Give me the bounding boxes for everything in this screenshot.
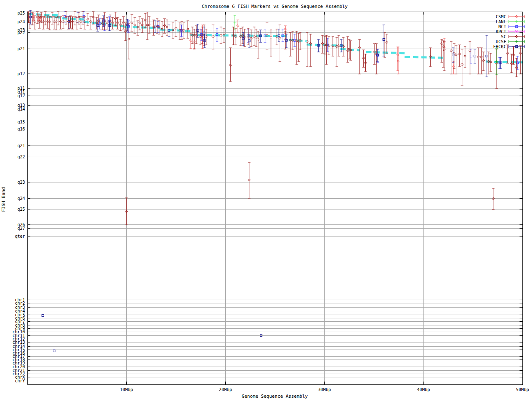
band-label: p25: [17, 11, 25, 15]
chart-title: Chromosome 6 FISH Markers vs Genome Sequ…: [202, 4, 348, 9]
x-tick-label: 40Mbp: [417, 387, 430, 392]
band-label: p24: [17, 20, 25, 24]
series-FHCRC: [29, 10, 502, 352]
legend-entry-SC: SC: [501, 34, 525, 39]
chart-canvas: Chromosome 6 FISH Markers vs Genome Sequ…: [0, 0, 532, 399]
data-series: [27, 10, 522, 352]
legend: CSMCLANLNCIRPCISCUCSFFHCRC: [493, 14, 525, 49]
gridlines: [27, 12, 522, 384]
axes: 10Mbp20Mbp30Mbp40Mbp50Mbpp25p24p23p22p21…: [12, 11, 529, 392]
band-label: chrY: [15, 379, 25, 383]
band-label: q22: [17, 155, 25, 159]
x-tick-label: 20Mbp: [219, 387, 232, 392]
band-label: p22: [17, 30, 25, 35]
band-label: q23: [17, 180, 25, 185]
band-label: q25: [17, 207, 25, 212]
legend-entry-RPCI: RPCI: [496, 29, 525, 34]
series-SC: [27, 12, 522, 225]
legend-entry-FHCRC: FHCRC: [493, 44, 525, 49]
trend-line: [27, 14, 522, 62]
legend-label: SC: [501, 34, 506, 39]
legend-label: CSMC: [496, 14, 506, 19]
legend-entry-CSMC: CSMC: [496, 14, 525, 19]
band-label: q14: [17, 107, 25, 111]
legend-label: LANL: [496, 19, 506, 24]
x-tick-label: 10Mbp: [120, 387, 133, 392]
band-label: p21: [17, 47, 25, 51]
legend-entry-UCSF: UCSF: [496, 39, 525, 44]
band-label: q21: [17, 143, 25, 148]
legend-label: FHCRC: [493, 44, 506, 49]
band-label: p12: [17, 71, 25, 76]
band-label: q27: [17, 226, 25, 231]
band-label: q16: [17, 127, 25, 131]
legend-label: RPCI: [496, 29, 506, 34]
legend-entry-LANL: LANL: [496, 19, 525, 24]
x-tick-label: 50Mbp: [516, 387, 529, 392]
band-label: q24: [17, 196, 25, 201]
x-axis-label: Genome Sequence Assembly: [242, 394, 308, 399]
legend-label: UCSF: [496, 39, 506, 44]
band-label: qter: [15, 234, 25, 239]
legend-label: NCI: [498, 24, 506, 29]
legend-entry-NCI: NCI: [498, 24, 525, 29]
series-LANL: [234, 15, 236, 30]
series-UCSF: [495, 49, 498, 75]
band-label: q12: [17, 94, 25, 98]
fish-markers-plot: Chromosome 6 FISH Markers vs Genome Sequ…: [0, 0, 532, 399]
band-label: q15: [17, 120, 25, 124]
x-tick-label: 30Mbp: [318, 387, 331, 392]
y-axis-label: FISH Band: [1, 187, 6, 212]
